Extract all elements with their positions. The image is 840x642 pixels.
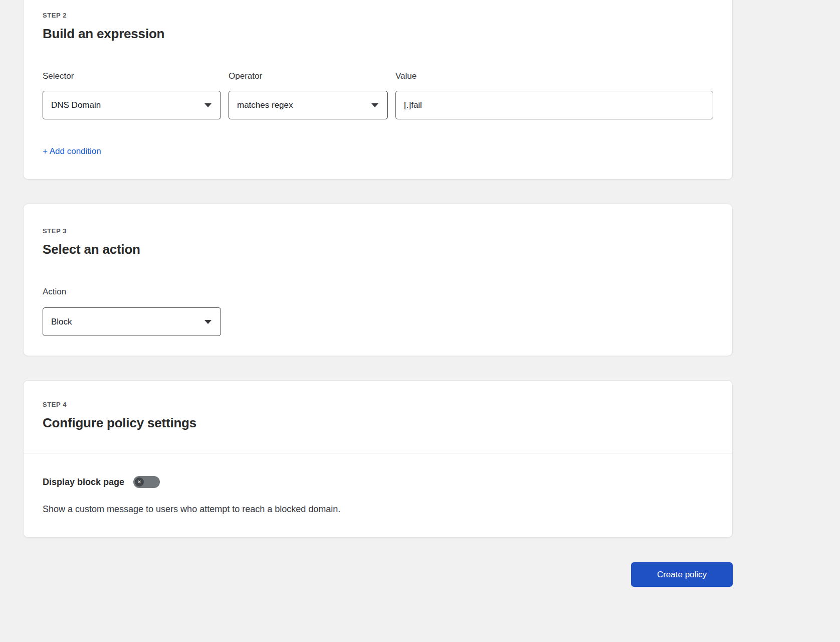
value-field: Value — [395, 71, 713, 119]
operator-value: matches regex — [237, 100, 293, 110]
chevron-down-icon — [371, 103, 378, 107]
display-block-page-label: Display block page — [43, 476, 124, 488]
step4-title: Configure policy settings — [43, 415, 713, 431]
action-value: Block — [51, 317, 72, 327]
operator-label: Operator — [229, 71, 388, 82]
step-action-card: STEP 3 Select an action Action Block — [23, 204, 733, 356]
chevron-down-icon — [204, 103, 212, 107]
step-expression-card: STEP 2 Build an expression Selector DNS … — [23, 0, 733, 180]
value-input[interactable] — [395, 91, 713, 119]
selector-value: DNS Domain — [51, 100, 101, 110]
step3-label: STEP 3 — [43, 227, 713, 235]
x-icon: ✕ — [137, 480, 141, 485]
display-block-page-row: Display block page ✕ — [43, 476, 713, 488]
action-label: Action — [43, 286, 713, 297]
step2-label: STEP 2 — [43, 12, 713, 20]
add-condition-link[interactable]: + Add condition — [43, 146, 101, 156]
display-block-page-toggle[interactable]: ✕ — [133, 476, 160, 488]
selector-dropdown[interactable]: DNS Domain — [43, 91, 221, 119]
value-label: Value — [395, 71, 713, 82]
selector-label: Selector — [43, 71, 221, 82]
action-dropdown[interactable]: Block — [43, 307, 221, 336]
step4-label: STEP 4 — [43, 401, 713, 409]
settings-card-body: Display block page ✕ Show a custom messa… — [24, 453, 732, 515]
expression-builder-row: Selector DNS Domain Operator matches reg… — [43, 71, 713, 119]
dns-policy-form-page: STEP 2 Build an expression Selector DNS … — [0, 0, 840, 642]
create-policy-button[interactable]: Create policy — [631, 562, 733, 587]
step3-title: Select an action — [43, 241, 713, 257]
selector-field: Selector DNS Domain — [43, 71, 221, 119]
step-settings-card: STEP 4 Configure policy settings Display… — [23, 380, 733, 538]
settings-card-header: STEP 4 Configure policy settings — [24, 381, 732, 431]
chevron-down-icon — [204, 320, 212, 324]
toggle-knob: ✕ — [135, 477, 144, 487]
step2-title: Build an expression — [43, 26, 713, 42]
operator-field: Operator matches regex — [229, 71, 388, 119]
display-block-page-description: Show a custom message to users who attem… — [43, 504, 713, 515]
operator-dropdown[interactable]: matches regex — [229, 91, 388, 119]
